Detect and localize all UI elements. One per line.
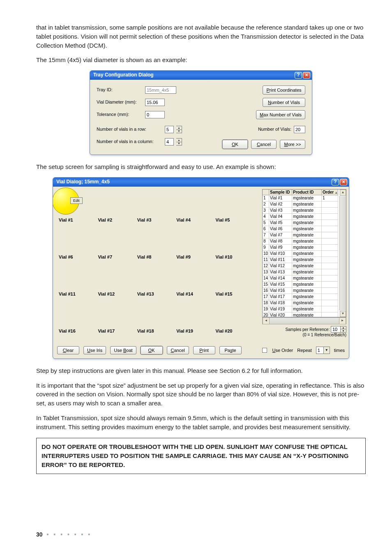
repeat-label: Repeat bbox=[297, 348, 311, 353]
clear-button[interactable]: Clear bbox=[57, 346, 79, 354]
vial-cell[interactable]: Vial #14 bbox=[176, 266, 215, 298]
vial-cell[interactable]: Vial #11 bbox=[59, 266, 98, 298]
scrollbar-horizontal[interactable]: ◄ ► bbox=[262, 317, 346, 324]
scroll-right-icon[interactable]: ► bbox=[339, 318, 346, 324]
table-row[interactable]: 5Vial #5mgstearate bbox=[263, 220, 346, 226]
cancel-button[interactable]: Cancel bbox=[251, 140, 277, 149]
vial-label: Vial #13 bbox=[137, 291, 154, 298]
vial-label: Vial #5 bbox=[216, 217, 230, 224]
vial-diameter-label: Vial Diameter (mm): bbox=[97, 99, 143, 106]
table-row[interactable]: 12Vial #12mgstearate bbox=[263, 263, 346, 269]
vial-cell[interactable]: Vial #10 bbox=[216, 229, 255, 261]
vial-label: Vial #9 bbox=[176, 254, 191, 261]
table-row[interactable]: 18Vial #18mgstearate bbox=[263, 300, 346, 306]
vial-dialog: Vial Dialog; 15mm_4x5 EditVial #1Vial #2… bbox=[53, 177, 349, 359]
vial-cell[interactable]: EditVial #1 bbox=[59, 192, 98, 224]
vial-cell[interactable]: Vial #13 bbox=[137, 266, 176, 298]
use-order-label: Use Order bbox=[272, 348, 293, 353]
help-icon[interactable] bbox=[332, 179, 339, 185]
use-order-checkbox[interactable] bbox=[262, 348, 267, 353]
print-button[interactable]: Print bbox=[193, 346, 215, 354]
more-button[interactable]: More >> bbox=[280, 140, 305, 149]
table-row[interactable]: 8Vial #8mgstearate bbox=[263, 238, 346, 245]
dialog-title: Vial Dialog; 15mm_4x5 bbox=[56, 178, 110, 185]
cancel-button[interactable]: Cancel bbox=[167, 346, 189, 354]
body-paragraph: Step by step instructions are given late… bbox=[36, 366, 366, 375]
page-footer: 30 • • • • • • • bbox=[36, 530, 92, 539]
table-row[interactable]: 15Vial #15mgstearate bbox=[263, 282, 346, 288]
scroll-down-icon[interactable]: ▼ bbox=[340, 311, 346, 317]
table-row[interactable]: 16Vial #16mgstearate bbox=[263, 288, 346, 294]
table-row[interactable]: 20Vial #20mgstearate bbox=[263, 312, 346, 317]
dialog-titlebar: Tray Configuration Dialog bbox=[90, 71, 312, 80]
row-count-spinner[interactable]: ▲▼ bbox=[176, 126, 182, 133]
table-row[interactable]: 13Vial #13mgstearate bbox=[263, 269, 346, 275]
use-boat-button[interactable]: Use Boat bbox=[110, 346, 136, 354]
scroll-up-icon[interactable]: ▲ bbox=[340, 190, 346, 196]
table-row[interactable]: 19Vial #19mgstearate bbox=[263, 306, 346, 312]
samples-per-ref-input[interactable] bbox=[331, 326, 341, 333]
samples-per-ref-spinner[interactable]: ▲▼ bbox=[341, 326, 346, 333]
vial-cell[interactable]: Vial #19 bbox=[176, 303, 215, 335]
number-of-vials-button[interactable]: Number of Vials bbox=[263, 98, 305, 107]
table-row[interactable]: 1Vial #1mgstearate1 bbox=[263, 195, 346, 201]
scrollbar-vertical[interactable] bbox=[339, 196, 346, 310]
table-row[interactable]: 2Vial #2mgstearate bbox=[263, 201, 346, 208]
paste-button[interactable]: Paste bbox=[219, 346, 242, 354]
sample-table[interactable]: Sample ID Product ID Order▲ 1Vial #1mgst… bbox=[262, 189, 346, 317]
vial-cell[interactable]: Vial #7 bbox=[98, 229, 137, 261]
vial-cell[interactable]: Vial #3 bbox=[137, 192, 176, 224]
tolerance-input[interactable] bbox=[145, 111, 165, 118]
row-count-label: Number of vials in a row: bbox=[97, 126, 162, 133]
ok-button[interactable]: OK bbox=[141, 346, 163, 354]
row-count-input[interactable] bbox=[165, 126, 174, 133]
vial-cell[interactable]: Vial #16 bbox=[59, 303, 98, 335]
table-row[interactable]: 14Vial #14mgstearate bbox=[263, 275, 346, 282]
repeat-combo[interactable]: 1▼ bbox=[316, 347, 330, 354]
vial-cell[interactable]: Vial #17 bbox=[98, 303, 137, 335]
max-number-of-vials-button[interactable]: Max Number of Vials bbox=[256, 110, 305, 119]
col-count-input[interactable] bbox=[165, 138, 174, 146]
vial-cell[interactable]: Vial #2 bbox=[98, 192, 137, 224]
vial-cell[interactable]: Vial #18 bbox=[137, 303, 176, 335]
print-coordinates-button[interactable]: Print Coordinates bbox=[263, 86, 305, 95]
vial-label: Vial #15 bbox=[216, 291, 233, 298]
page-number: 30 bbox=[36, 530, 43, 539]
body-paragraph: In Tablet Transmission, spot size should… bbox=[36, 414, 366, 432]
table-row[interactable]: 3Vial #3mgstearate bbox=[263, 208, 346, 214]
vial-cell[interactable]: Vial #20 bbox=[216, 303, 255, 335]
table-row[interactable]: 7Vial #7mgstearate bbox=[263, 232, 346, 238]
help-icon[interactable] bbox=[295, 72, 302, 79]
vial-diameter-input[interactable] bbox=[145, 99, 165, 106]
vial-cell[interactable]: Vial #4 bbox=[176, 192, 215, 224]
col-count-spinner[interactable]: ▲▼ bbox=[176, 138, 182, 146]
vial-cell[interactable]: Vial #12 bbox=[98, 266, 137, 298]
number-of-vials-input[interactable] bbox=[294, 126, 305, 133]
close-icon[interactable] bbox=[340, 179, 347, 185]
table-row[interactable]: 17Vial #17mgstearate bbox=[263, 294, 346, 300]
body-paragraph: It is important that the “spot size” adj… bbox=[36, 381, 366, 408]
footer-dots-icon: • • • • • • • bbox=[47, 530, 92, 539]
edit-chip[interactable]: Edit bbox=[70, 197, 83, 204]
scroll-left-icon[interactable]: ◄ bbox=[263, 318, 270, 324]
samples-per-ref-label: Samples per Reference: bbox=[285, 327, 330, 332]
vial-cell[interactable]: Vial #15 bbox=[216, 266, 255, 298]
vial-cell[interactable]: Vial #8 bbox=[137, 229, 176, 261]
vial-cell[interactable]: Vial #5 bbox=[216, 192, 255, 224]
table-row[interactable]: 9Vial #9mgstearate bbox=[263, 245, 346, 251]
vial-label: Vial #3 bbox=[137, 217, 152, 224]
table-row[interactable]: 6Vial #6mgstearate bbox=[263, 226, 346, 232]
table-row[interactable]: 10Vial #10mgstearate bbox=[263, 251, 346, 257]
table-row[interactable]: 11Vial #11mgstearate bbox=[263, 257, 346, 263]
table-row[interactable]: 4Vial #4mgstearate bbox=[263, 214, 346, 220]
dialog-titlebar: Vial Dialog; 15mm_4x5 bbox=[53, 178, 349, 187]
ok-button[interactable]: OK bbox=[222, 140, 248, 149]
vial-cell[interactable]: Vial #9 bbox=[176, 229, 215, 261]
tray-id-input bbox=[145, 86, 176, 94]
vial-cell[interactable]: Vial #6 bbox=[59, 229, 98, 261]
tray-config-dialog: Tray Configuration Dialog Tray ID: Vial … bbox=[90, 70, 312, 155]
use-iris-button[interactable]: Use Iris bbox=[83, 346, 106, 354]
close-icon[interactable] bbox=[303, 72, 310, 79]
vial-label: Vial #10 bbox=[216, 254, 233, 261]
body-paragraph: The 15mm (4x5) vial diameter is shown as… bbox=[36, 56, 366, 65]
